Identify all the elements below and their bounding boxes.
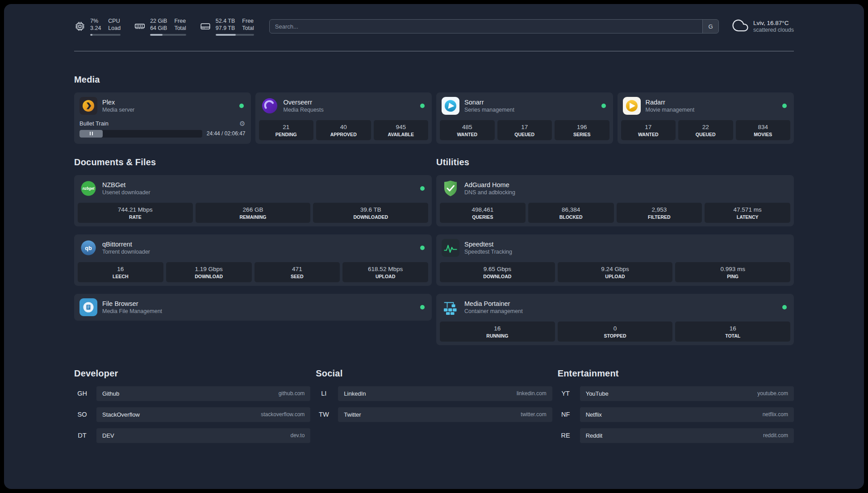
- bookmark-name: DEV: [102, 432, 114, 439]
- bookmark-linkedin[interactable]: LI LinkedIn linkedin.com: [316, 386, 552, 401]
- pause-icon[interactable]: [90, 132, 93, 135]
- bookmark-domain: stackoverflow.com: [261, 411, 305, 418]
- section-title-utilities: Utilities: [436, 157, 794, 167]
- bookmark-abbr: LI: [316, 390, 332, 397]
- stat-label: TOTAL: [676, 333, 789, 338]
- documents-column: Documents & Files nzbget NZBGet U: [74, 157, 432, 345]
- stat-label: MOVIES: [737, 132, 790, 137]
- resource-label: CPU: [108, 17, 121, 25]
- bookmark-domain: reddit.com: [763, 432, 788, 439]
- stat-label: REMAINING: [196, 214, 310, 220]
- stat-label: APPROVED: [317, 132, 370, 137]
- stat-value: 17: [498, 124, 551, 130]
- svg-text:nzbget: nzbget: [83, 186, 95, 190]
- adguard-icon: [442, 180, 459, 197]
- bookmark-twitter[interactable]: TW Twitter twitter.com: [316, 407, 552, 422]
- search-provider-button[interactable]: G: [702, 20, 718, 33]
- bookmark-netflix[interactable]: NF Netflix netflix.com: [558, 407, 794, 422]
- resource-label: Total: [242, 25, 254, 32]
- resource-label: Free: [174, 17, 186, 25]
- bookmark-name: Reddit: [586, 432, 603, 439]
- service-card-filebrowser[interactable]: File Browser Media File Management: [74, 294, 432, 321]
- resource-label: Free: [242, 17, 254, 25]
- stat-value: 945: [375, 124, 428, 130]
- stat-block: 40 APPROVED: [316, 120, 371, 140]
- stat-value: 22: [679, 124, 732, 130]
- speedtest-icon: [442, 239, 459, 257]
- stat-label: SERIES: [555, 132, 609, 137]
- qbittorrent-icon: qb: [79, 239, 97, 257]
- resource-value: 22 GiB: [150, 17, 167, 25]
- bookmark-dev[interactable]: DT DEV dev.to: [74, 428, 310, 443]
- search-input[interactable]: [270, 20, 702, 33]
- bookmark-name: Twitter: [344, 411, 361, 418]
- service-card-plex[interactable]: Plex Media server Bullet Train ⚙ 24:44: [74, 92, 251, 144]
- stat-block: 39.6 TB DOWNLOADED: [313, 203, 428, 223]
- stat-value: 618.52 Mbps: [343, 266, 427, 272]
- bookmark-youtube[interactable]: YT YouTube youtube.com: [558, 386, 794, 401]
- bookmark-domain: linkedin.com: [517, 390, 547, 397]
- bookmark-name: Github: [102, 390, 119, 397]
- service-card-radarr[interactable]: Radarr Movie management 17 WANTED 22 QUE…: [618, 92, 794, 144]
- service-card-speedtest[interactable]: Speedtest Speedtest Tracking 9.65 Gbps D…: [436, 234, 794, 286]
- status-dot: [601, 104, 606, 108]
- bookmark-name: StackOverflow: [102, 411, 140, 418]
- bookmark-stackoverflow[interactable]: SO StackOverflow stackoverflow.com: [74, 407, 310, 422]
- bookmark-group-social: Social LI LinkedIn linkedin.com TW Twitt…: [316, 368, 552, 449]
- stat-block: 945 AVAILABLE: [374, 120, 429, 140]
- portainer-icon: [442, 298, 459, 316]
- service-card-nzbget[interactable]: nzbget NZBGet Usenet downloader 744.21 M…: [74, 175, 432, 226]
- bookmark-reddit[interactable]: RE Reddit reddit.com: [558, 428, 794, 443]
- stat-block: 0.993 ms PING: [675, 262, 790, 282]
- status-dot: [782, 104, 787, 108]
- stat-value: 471: [255, 266, 339, 272]
- stat-label: RATE: [79, 214, 192, 220]
- bookmark-group-entertainment: Entertainment YT YouTube youtube.com NF …: [558, 368, 794, 449]
- stat-value: 0: [559, 325, 672, 332]
- utilities-column: Utilities: [436, 157, 794, 345]
- stat-block: 17 QUEUED: [497, 120, 552, 140]
- service-name: qBittorrent: [102, 241, 415, 248]
- bookmark-github[interactable]: GH Github github.com: [74, 386, 310, 401]
- disk-progress-bar: [216, 34, 254, 36]
- service-name: NZBGet: [102, 181, 415, 188]
- stat-value: 834: [737, 124, 790, 130]
- service-card-portainer[interactable]: Media Portainer Container management 16 …: [436, 294, 794, 345]
- bookmark-name: LinkedIn: [344, 390, 366, 397]
- section-title-media: Media: [74, 75, 794, 85]
- resource-widgets: 7% CPU 3.24 Load 22: [74, 17, 254, 36]
- stat-block: 618.52 Mbps UPLOAD: [342, 262, 428, 282]
- playback-progress-bar[interactable]: [79, 130, 202, 138]
- stat-label: QUEUED: [679, 132, 732, 137]
- resource-value: 7%: [90, 17, 101, 25]
- service-subtitle: Series management: [464, 107, 597, 113]
- bookmark-domain: github.com: [279, 390, 305, 397]
- section-title-documents: Documents & Files: [74, 157, 432, 167]
- stat-value: 9.24 Gbps: [559, 266, 672, 272]
- stat-block: 9.65 Gbps DOWNLOAD: [440, 262, 555, 282]
- memory-progress-bar: [150, 34, 186, 36]
- stat-label: WANTED: [622, 132, 675, 137]
- stat-label: DOWNLOAD: [441, 274, 554, 279]
- weather-widget: Lviv, 16.87°C scattered clouds: [732, 17, 794, 35]
- stat-value: 266 GB: [196, 206, 310, 213]
- bookmark-abbr: YT: [558, 390, 574, 397]
- bookmark-abbr: SO: [74, 411, 90, 418]
- stat-block: 834 MOVIES: [736, 120, 791, 140]
- stat-value: 17: [622, 124, 675, 130]
- service-card-qbittorrent[interactable]: qb qBittorrent Torrent downloader 16 LEE…: [74, 234, 432, 286]
- section-title-developer: Developer: [74, 368, 310, 379]
- service-card-overseerr[interactable]: Overseerr Media Requests 21 PENDING 40 A…: [255, 92, 432, 144]
- service-card-adguard[interactable]: AdGuard Home DNS and adblocking 498,461 …: [436, 175, 794, 226]
- stat-block: 47.571 ms LATENCY: [705, 203, 790, 223]
- search-bar[interactable]: G: [269, 19, 719, 33]
- gear-icon[interactable]: ⚙: [239, 120, 245, 127]
- svg-text:qb: qb: [85, 245, 92, 251]
- stat-label: DOWNLOAD: [167, 274, 251, 279]
- filebrowser-icon: [79, 298, 97, 316]
- service-subtitle: Movie management: [646, 107, 778, 113]
- service-card-sonarr[interactable]: Sonarr Series management 485 WANTED 17 Q…: [436, 92, 613, 144]
- service-subtitle: Usenet downloader: [102, 189, 415, 196]
- stat-label: UPLOAD: [559, 274, 672, 279]
- resource-value: 3.24: [90, 25, 101, 32]
